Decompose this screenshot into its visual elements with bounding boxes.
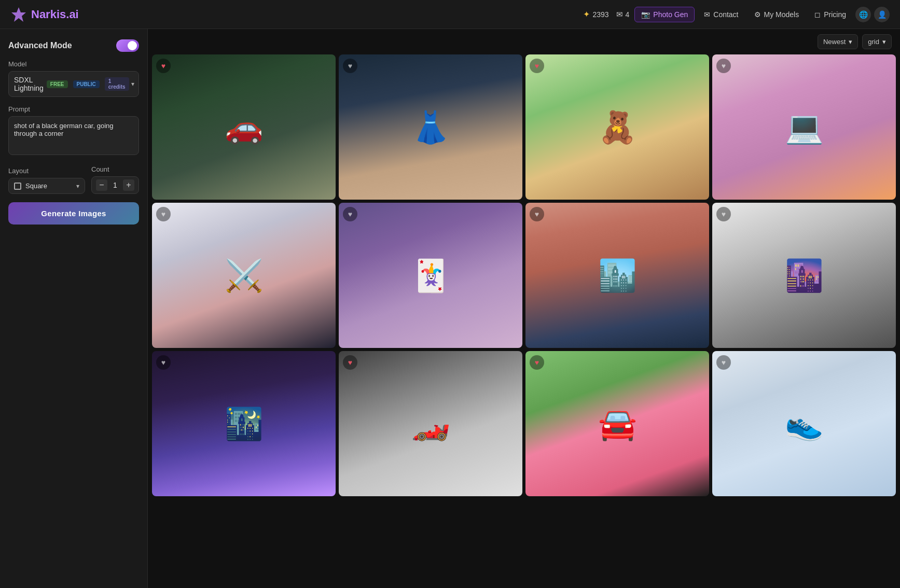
nav-credits: ✦ 2393 ✉ 4 [583,9,629,19]
pricing-icon: ◻ [814,10,821,19]
layout-group: Layout Square ▾ [8,167,85,194]
nav-photo-gen[interactable]: 📷 Photo Gen [634,7,695,22]
gallery-item-image [339,203,522,348]
gallery-item[interactable]: ♥ [152,203,336,348]
toggle-knob [128,41,137,50]
gallery-item[interactable]: ♥ [152,351,336,496]
gallery-item-image [712,351,896,496]
nav-my-models[interactable]: ⚙ My Models [748,7,806,22]
gallery-item-image [152,351,336,496]
gallery-grid: ♥♥♥♥♥♥♥♥♥♥♥♥ [148,54,900,588]
prompt-field: Prompt shot of a black german car, going… [8,105,139,157]
heart-button[interactable]: ♥ [156,207,171,221]
advanced-mode-row: Advanced Mode [8,39,139,52]
view-select[interactable]: grid ▾ [862,34,892,49]
layout-value: Square [25,182,47,190]
count-group: Count − 1 + [91,165,139,194]
sort-select[interactable]: Newest ▾ [818,34,858,49]
heart-button[interactable]: ♥ [530,59,544,73]
view-label: grid [868,38,879,46]
square-icon [14,183,21,190]
heart-button[interactable]: ♥ [343,59,357,73]
prompt-input[interactable]: shot of a black german car, going throug… [8,116,139,155]
models-icon: ⚙ [754,10,761,19]
gallery-area: Newest ▾ grid ▾ ♥♥♥♥♥♥♥♥♥♥♥♥ [148,29,900,588]
nav-pricing[interactable]: ◻ Pricing [808,7,852,22]
view-chevron-icon: ▾ [882,38,886,46]
gallery-item[interactable]: ♥ [712,351,896,496]
user-avatar[interactable]: 👤 [874,7,890,22]
model-select[interactable]: SDXL Lightning FREE PUBLIC 1 credits ▾ [8,71,139,97]
generate-button[interactable]: Generate Images [8,202,139,225]
credits-value: 2393 [592,10,608,19]
count-control: − 1 + [91,176,139,194]
gallery-item-image [525,203,709,348]
gallery-item[interactable]: ♥ [712,203,896,348]
nav-items: 📷 Photo Gen ✉ Contact ⚙ My Models ◻ Pric… [634,7,890,22]
gallery-item[interactable]: ♥ [525,351,709,496]
mail-icon: ✉ [704,10,710,19]
gallery-item-image [339,351,522,496]
layout-count-row: Layout Square ▾ Count − 1 + [8,165,139,194]
messages-value: 4 [626,10,630,19]
advanced-mode-toggle[interactable] [116,39,139,52]
gallery-item[interactable]: ♥ [525,54,709,200]
model-field: Model SDXL Lightning FREE PUBLIC 1 credi… [8,60,139,97]
count-increment-button[interactable]: + [123,179,134,191]
gallery-item-image [339,54,522,200]
layout-select[interactable]: Square ▾ [8,178,85,194]
sidebar: Advanced Mode Model SDXL Lightning FREE … [0,29,148,588]
gallery-item-image [525,54,709,200]
gallery-item[interactable]: ♥ [152,54,336,200]
gallery-item-image [152,203,336,348]
heart-button[interactable]: ♥ [343,355,357,370]
credits-icon: ✦ [583,9,590,19]
messages-display: ✉ 4 [616,10,630,19]
prompt-label: Prompt [8,105,139,113]
nav-contact[interactable]: ✉ Contact [698,7,744,22]
heart-button[interactable]: ♥ [156,355,171,370]
heart-button[interactable]: ♥ [530,355,544,370]
model-chevron-icon: ▾ [131,80,134,88]
gallery-topbar: Newest ▾ grid ▾ [148,29,900,54]
badge-credits: 1 credits [105,77,129,91]
gallery-item-image [525,351,709,496]
logo-icon [10,6,27,23]
gallery-item[interactable]: ♥ [339,351,522,496]
heart-button[interactable]: ♥ [530,207,544,221]
count-label: Count [91,165,139,173]
sort-chevron-icon: ▾ [849,38,852,46]
advanced-mode-label: Advanced Mode [8,41,72,50]
app-logo[interactable]: Narkis.ai [10,6,79,23]
navbar: Narkis.ai ✦ 2393 ✉ 4 📷 Photo Gen ✉ Conta… [0,0,900,29]
model-label: Model [8,60,139,68]
count-value: 1 [109,181,121,189]
gallery-item[interactable]: ♥ [339,203,522,348]
gallery-item[interactable]: ♥ [339,54,522,200]
gallery-item-image [712,203,896,348]
badge-free: FREE [47,80,68,88]
layout-chevron-icon: ▾ [76,183,79,190]
messages-icon: ✉ [616,10,623,19]
gallery-item[interactable]: ♥ [712,54,896,200]
gallery-item[interactable]: ♥ [525,203,709,348]
language-button[interactable]: 🌐 [855,7,871,22]
camera-icon: 📷 [641,10,650,19]
svg-marker-0 [11,7,26,22]
badge-public: PUBLIC [73,80,100,88]
gallery-item-image [152,54,336,200]
model-name: SDXL Lightning [14,76,44,92]
sort-label: Newest [823,38,846,46]
credits-display: ✦ 2393 [583,9,608,19]
count-decrement-button[interactable]: − [96,179,107,191]
heart-button[interactable]: ♥ [716,207,731,221]
heart-button[interactable]: ♥ [716,355,731,370]
heart-button[interactable]: ♥ [716,59,731,73]
layout-label: Layout [8,167,85,175]
gallery-item-image [712,54,896,200]
heart-button[interactable]: ♥ [343,207,357,221]
main-layout: Advanced Mode Model SDXL Lightning FREE … [0,29,900,588]
heart-button[interactable]: ♥ [156,59,171,73]
